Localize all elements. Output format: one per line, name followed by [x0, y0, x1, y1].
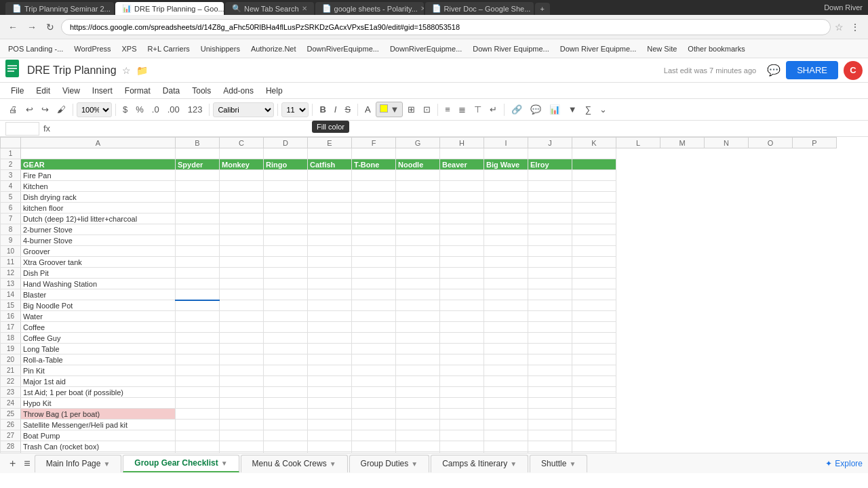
cell[interactable] — [528, 289, 572, 300]
cell[interactable]: T-Bone — [352, 159, 396, 170]
cell[interactable]: Dish Pit — [21, 268, 176, 279]
bookmark-6[interactable]: Authorize.Net — [248, 43, 299, 54]
cell[interactable]: Dutch (deep 12)+lid litter+charcoal — [21, 214, 176, 224]
menu-button[interactable]: ⋮ — [848, 20, 863, 34]
cell[interactable] — [220, 148, 264, 159]
cell[interactable] — [528, 311, 572, 322]
cell[interactable] — [440, 354, 484, 365]
cell[interactable] — [528, 246, 572, 257]
cell[interactable] — [308, 365, 352, 376]
cell[interactable] — [528, 203, 572, 214]
col-header-n[interactable]: N — [705, 138, 749, 148]
cell[interactable] — [220, 452, 264, 453]
cell[interactable] — [352, 387, 396, 398]
cell[interactable] — [528, 279, 572, 289]
cell[interactable] — [484, 333, 528, 344]
cell[interactable]: Beaver — [440, 159, 484, 170]
cell[interactable] — [220, 300, 264, 311]
col-header-c[interactable]: C — [220, 138, 264, 148]
cell[interactable] — [572, 354, 616, 365]
cell[interactable] — [352, 398, 396, 409]
cell[interactable] — [572, 409, 616, 420]
cell[interactable] — [308, 322, 352, 333]
cell[interactable] — [352, 268, 396, 279]
merge-btn[interactable]: ⊡ — [420, 102, 434, 117]
cell[interactable] — [176, 409, 220, 420]
cell[interactable] — [352, 333, 396, 344]
cell[interactable] — [572, 170, 616, 181]
cell[interactable] — [440, 224, 484, 235]
cell[interactable] — [396, 376, 440, 387]
cell[interactable] — [440, 322, 484, 333]
cell[interactable] — [352, 430, 396, 441]
bookmark-4[interactable]: R+L Carriers — [145, 43, 193, 54]
cell[interactable]: Kitchen — [21, 181, 176, 192]
cell[interactable] — [440, 192, 484, 203]
cell[interactable] — [352, 279, 396, 289]
cell[interactable] — [572, 430, 616, 441]
cell[interactable] — [264, 148, 308, 159]
cell[interactable] — [352, 409, 396, 420]
bookmark-11[interactable]: New Site — [644, 43, 679, 54]
cell[interactable] — [308, 235, 352, 246]
cell[interactable] — [528, 344, 572, 354]
bookmark-1[interactable]: POS Landing -... — [5, 43, 66, 54]
cell[interactable] — [176, 354, 220, 365]
cell[interactable] — [528, 365, 572, 376]
cell[interactable] — [440, 365, 484, 376]
bookmark-3[interactable]: XPS — [119, 43, 140, 54]
col-header-l[interactable]: L — [616, 138, 660, 148]
sheet-tab-shuttle[interactable]: Shuttle ▼ — [530, 455, 587, 472]
cell[interactable] — [528, 322, 572, 333]
cell[interactable] — [352, 365, 396, 376]
cell[interactable] — [308, 354, 352, 365]
cell[interactable] — [396, 430, 440, 441]
cell[interactable] — [352, 214, 396, 224]
cell[interactable] — [396, 170, 440, 181]
cell[interactable] — [440, 311, 484, 322]
bookmark-10[interactable]: Down River Equipme... — [557, 43, 639, 54]
format-number-btn[interactable]: 123 — [184, 102, 206, 117]
cell[interactable]: Roll-a-Table — [21, 354, 176, 365]
cell[interactable]: Major 1st aid — [21, 376, 176, 387]
cell[interactable] — [528, 214, 572, 224]
col-header-g[interactable]: G — [396, 138, 440, 148]
cell[interactable] — [396, 300, 440, 311]
cell[interactable] — [396, 289, 440, 300]
cell[interactable] — [352, 322, 396, 333]
cell[interactable] — [264, 344, 308, 354]
cell[interactable] — [572, 365, 616, 376]
cell[interactable] — [220, 279, 264, 289]
cell[interactable] — [440, 420, 484, 430]
cell[interactable] — [440, 409, 484, 420]
cell[interactable] — [440, 387, 484, 398]
cell[interactable] — [396, 224, 440, 235]
cell[interactable]: Groover — [21, 246, 176, 257]
menu-insert[interactable]: Insert — [87, 85, 118, 97]
cell[interactable] — [176, 246, 220, 257]
cell[interactable] — [176, 203, 220, 214]
cell[interactable] — [352, 344, 396, 354]
cell[interactable] — [264, 354, 308, 365]
cell[interactable] — [396, 441, 440, 452]
font-select[interactable]: Calibri — [213, 102, 274, 117]
cell[interactable] — [220, 235, 264, 246]
cell[interactable]: Xtra Groover tank — [21, 257, 176, 268]
cell[interactable]: Catfish — [308, 159, 352, 170]
cell[interactable] — [352, 170, 396, 181]
cell[interactable] — [308, 268, 352, 279]
cell[interactable] — [396, 192, 440, 203]
col-header-m[interactable]: M — [660, 138, 705, 148]
cell[interactable] — [264, 203, 308, 214]
cell[interactable] — [220, 430, 264, 441]
cell[interactable] — [572, 452, 616, 453]
link-btn[interactable]: 🔗 — [508, 102, 526, 117]
cell[interactable] — [572, 322, 616, 333]
more-btn[interactable]: ⌄ — [596, 102, 610, 117]
cell[interactable] — [440, 170, 484, 181]
bookmark-2[interactable]: WordPress — [71, 43, 113, 54]
cell[interactable] — [264, 300, 308, 311]
cell[interactable] — [220, 420, 264, 430]
cell[interactable] — [440, 279, 484, 289]
menu-help[interactable]: Help — [260, 85, 288, 97]
